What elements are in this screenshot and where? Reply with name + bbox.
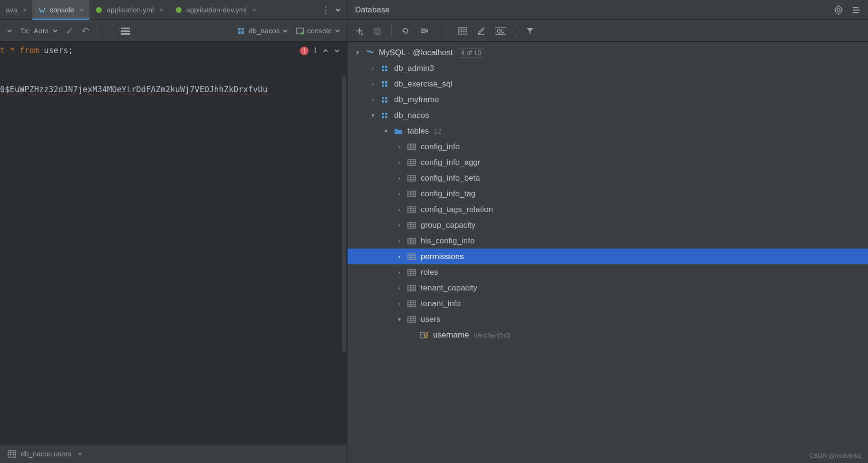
database-panel-header: Database (347, 0, 868, 20)
chevron-down-icon[interactable]: ▾ (354, 49, 361, 56)
schema-row[interactable]: › db_exercise_sql (347, 76, 868, 92)
close-icon[interactable]: × (159, 6, 163, 14)
chevron-right-icon[interactable]: › (396, 190, 403, 197)
chevron-right-icon[interactable]: › (396, 174, 403, 182)
chevron-right-icon[interactable]: › (396, 206, 403, 213)
table-row[interactable]: ›group_capacity (347, 217, 868, 233)
settings-icon[interactable] (121, 27, 130, 35)
svg-point-113 (425, 335, 428, 338)
schema-row[interactable]: › db_myframe (347, 92, 868, 107)
table-row[interactable]: ▾users (347, 311, 868, 327)
svg-rect-106 (408, 317, 415, 322)
chevron-right-icon[interactable]: › (396, 222, 403, 229)
tab-overflow-icon[interactable]: ⋮ (321, 5, 330, 15)
filter-icon[interactable] (526, 27, 534, 35)
close-icon[interactable]: × (80, 6, 84, 14)
tab-application-dev-yml[interactable]: application-dev.yml × (169, 0, 262, 20)
add-icon[interactable] (355, 27, 364, 35)
chevron-right-icon[interactable]: › (396, 143, 403, 150)
tab-console[interactable]: console × (32, 0, 89, 20)
commit-icon[interactable]: ✓ (66, 25, 74, 37)
chevron-down-icon[interactable]: ▾ (369, 112, 376, 119)
svg-rect-50 (385, 116, 387, 118)
close-icon[interactable]: × (23, 6, 27, 14)
table-row[interactable]: ›his_config_info (347, 233, 868, 249)
chevron-down-icon[interactable]: ▾ (383, 127, 389, 135)
svg-rect-101 (408, 301, 415, 307)
tab-label: ava (6, 6, 17, 14)
table-icon (407, 143, 416, 151)
editor-tabs: ava × console × application.yml × (0, 0, 347, 20)
svg-point-17 (837, 9, 840, 11)
table-row[interactable]: ›config_info (347, 139, 868, 154)
chevron-right-icon[interactable]: › (369, 80, 376, 87)
svg-rect-5 (238, 28, 241, 30)
sql-editor[interactable]: ! 1 t * from users; 0$EuWPZHzz32dJN7jexM… (0, 42, 347, 411)
chevron-right-icon[interactable]: › (396, 159, 403, 166)
duplicate-icon[interactable] (373, 27, 382, 35)
editor-status: ! 1 (300, 47, 340, 55)
separator (97, 25, 97, 37)
table-row[interactable]: ›config_info_aggr (347, 154, 868, 170)
chevron-right-icon[interactable]: › (396, 300, 403, 307)
ql-console-icon[interactable]: QL (495, 27, 506, 35)
tab-java[interactable]: ava × (0, 0, 32, 20)
svg-rect-71 (408, 207, 415, 212)
dropdown-icon[interactable] (7, 28, 12, 34)
tx-mode-selector[interactable]: Tx: Auto (20, 27, 58, 35)
refresh-icon[interactable] (401, 27, 410, 35)
tables-folder-row[interactable]: ▾ tables 12 (347, 123, 868, 139)
schema-row-active[interactable]: ▾ db_nacos (347, 107, 868, 123)
chevron-right-icon[interactable]: › (396, 269, 403, 276)
svg-rect-42 (385, 85, 387, 87)
wrench-icon[interactable] (419, 27, 429, 35)
svg-rect-35 (382, 66, 384, 68)
table-row[interactable]: ›tenant_info (347, 296, 868, 311)
svg-rect-36 (382, 69, 384, 71)
table-icon (407, 174, 416, 183)
chevron-right-icon[interactable]: › (396, 284, 403, 291)
table-name: permissions (421, 252, 464, 261)
bottom-tab-bar: db_nacos.users × (0, 444, 347, 463)
chevron-right-icon[interactable]: › (369, 65, 376, 72)
scrollbar[interactable] (342, 76, 346, 352)
collapse-icon[interactable] (852, 6, 860, 14)
table-row[interactable]: ›config_info_beta (347, 170, 868, 186)
tab-application-yml[interactable]: application.yml × (89, 0, 169, 20)
svg-rect-29 (458, 28, 467, 34)
table-row[interactable]: ›permissions (347, 249, 868, 264)
edit-icon[interactable] (477, 27, 485, 35)
rollback-icon[interactable]: ↶ (81, 25, 89, 37)
table-row[interactable]: ›config_info_tag (347, 186, 868, 202)
chevron-down-icon[interactable] (335, 7, 341, 13)
nav-down-icon[interactable] (334, 48, 340, 54)
nav-up-icon[interactable] (322, 48, 329, 54)
schema-icon (381, 64, 389, 73)
table-name: config_info (421, 142, 460, 152)
table-view-icon[interactable] (458, 27, 467, 35)
console-selector[interactable]: console (296, 27, 340, 35)
datasource-row[interactable]: ▾ MySQL - @localhost 4 of 10 (347, 45, 868, 60)
table-name: tenant_info (421, 299, 461, 309)
database-name: db_nacos (249, 27, 280, 35)
bottom-tab-label[interactable]: db_nacos.users (21, 450, 71, 458)
chevron-right-icon[interactable]: › (369, 96, 376, 103)
column-row[interactable]: usernamevarchar(50) (347, 327, 868, 343)
chevron-down-icon[interactable]: ▾ (396, 316, 403, 323)
chevron-right-icon[interactable]: › (396, 253, 403, 260)
chevron-right-icon[interactable]: › (396, 237, 403, 244)
close-icon[interactable]: × (78, 450, 82, 458)
table-row[interactable]: ›tenant_capacity (347, 280, 868, 296)
error-icon[interactable]: ! (300, 47, 309, 55)
table-row[interactable]: ›config_tags_relation (347, 202, 868, 217)
key-column-icon (420, 331, 428, 339)
table-icon (407, 299, 416, 308)
database-tree[interactable]: ▾ MySQL - @localhost 4 of 10 › db_admin3… (347, 42, 868, 463)
database-selector[interactable]: db_nacos (237, 27, 288, 35)
close-icon[interactable]: × (252, 6, 256, 14)
schema-row[interactable]: › db_admin3 (347, 60, 868, 76)
svg-rect-41 (385, 81, 387, 84)
target-icon[interactable] (834, 5, 843, 15)
svg-rect-4 (121, 33, 130, 35)
table-row[interactable]: ›roles (347, 264, 868, 280)
